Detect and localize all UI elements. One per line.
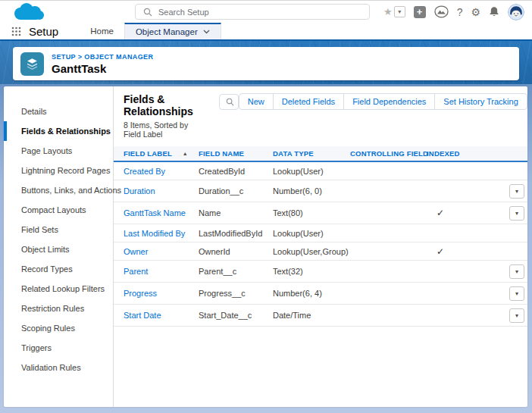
- quick-find: [219, 94, 239, 110]
- list-title: Fields & Relationships: [124, 93, 193, 117]
- set-history-tracking-button[interactable]: Set History Tracking: [434, 93, 527, 110]
- list-subtitle: 8 Items, Sorted by Field Label: [124, 120, 193, 139]
- app-window: ★ ▾ + ? ⚙: [0, 0, 532, 413]
- table-row: Last Modified By LastModifiedById Lookup…: [114, 224, 527, 242]
- tab-object-manager[interactable]: Object Manager: [124, 23, 221, 39]
- table-row: Created By CreatedById Lookup(User): [114, 162, 527, 180]
- field-dependencies-button[interactable]: Field Dependencies: [343, 93, 435, 110]
- field-name-cell: Start_Date__c: [199, 311, 273, 320]
- table-row: Owner OwnerId Lookup(User,Group) ✓: [114, 242, 527, 261]
- sort-ascending-icon: ▲: [183, 151, 188, 156]
- trailhead-icon[interactable]: [434, 5, 449, 18]
- object-icon: [20, 52, 44, 76]
- help-icon[interactable]: ?: [457, 7, 463, 17]
- field-name-cell: Duration__c: [199, 186, 273, 196]
- sidebar-item-details[interactable]: Details: [4, 102, 113, 121]
- field-label-link[interactable]: Duration: [124, 186, 199, 196]
- field-label-link[interactable]: Start Date: [124, 311, 199, 320]
- quick-create-button[interactable]: +: [414, 6, 426, 18]
- page-title: GanttTask: [52, 62, 153, 75]
- field-name-cell: CreatedById: [199, 167, 273, 176]
- sidebar-item-compact-layouts[interactable]: Compact Layouts: [4, 200, 113, 220]
- sidebar-item-validation-rules[interactable]: Validation Rules: [4, 358, 113, 377]
- favorites-dropdown-button[interactable]: ▾: [394, 6, 405, 17]
- sidebar-item-field-sets[interactable]: Field Sets: [4, 220, 113, 239]
- list-header: Fields & Relationships 8 Items, Sorted b…: [114, 93, 527, 139]
- field-name-cell: OwnerId: [199, 247, 273, 256]
- sidebar-item-triggers[interactable]: Triggers: [4, 338, 113, 358]
- salesforce-logo-icon: [11, 2, 47, 22]
- sidebar-item-buttons-links-actions[interactable]: Buttons, Links, and Actions: [4, 180, 113, 200]
- chevron-down-icon: [203, 30, 210, 34]
- table-row: GanttTask Name Name Text(80) ✓ ▾: [114, 202, 527, 224]
- indexed-check-icon: ✓: [427, 246, 474, 257]
- field-label-link[interactable]: Owner: [124, 247, 199, 256]
- app-name-label: Setup: [29, 25, 58, 38]
- field-label-link[interactable]: Progress: [124, 289, 199, 298]
- favorites-control: ★ ▾: [383, 6, 405, 17]
- new-button[interactable]: New: [239, 93, 274, 110]
- user-avatar[interactable]: [508, 4, 524, 20]
- data-type-cell: Text(32): [273, 267, 350, 276]
- search-icon: [143, 8, 152, 17]
- data-type-cell: Number(6, 4): [273, 289, 350, 298]
- app-launcher-icon[interactable]: [11, 27, 21, 36]
- sidebar-item-object-limits[interactable]: Object Limits: [4, 239, 113, 259]
- row-actions-menu-button[interactable]: ▾: [509, 184, 524, 199]
- setup-gear-icon[interactable]: ⚙: [471, 7, 480, 17]
- column-header-indexed[interactable]: INDEXED: [427, 149, 474, 158]
- field-label-link[interactable]: Last Modified By: [124, 229, 199, 238]
- fields-table: FIELD LABEL ▲ FIELD NAME DATA TYPE CONTR…: [114, 146, 527, 327]
- sidebar-item-page-layouts[interactable]: Page Layouts: [4, 141, 113, 161]
- field-label-link[interactable]: Parent: [124, 267, 199, 276]
- column-header-data-type[interactable]: DATA TYPE: [273, 149, 350, 158]
- column-header-controlling-field[interactable]: CONTROLLING FIELD: [350, 149, 427, 158]
- object-manager-sidebar: Details Fields & Relationships Page Layo…: [4, 86, 114, 407]
- sidebar-item-fields-relationships[interactable]: Fields & Relationships: [4, 121, 113, 141]
- row-actions-menu-button[interactable]: ▾: [509, 264, 524, 279]
- global-search: [135, 4, 370, 20]
- sidebar-item-lightning-record-pages[interactable]: Lightning Record Pages: [4, 161, 113, 180]
- sidebar-item-record-types[interactable]: Record Types: [4, 259, 113, 279]
- setup-banner: SETUP > OBJECT MANAGER GanttTask: [0, 41, 532, 84]
- list-actions: New Deleted Fields Field Dependencies Se…: [239, 93, 527, 110]
- sidebar-item-scoping-rules[interactable]: Scoping Rules: [4, 318, 113, 338]
- table-row: Duration Duration__c Number(6, 0) ▾: [114, 180, 527, 202]
- table-row: Parent Parent__c Text(32) ▾: [114, 261, 527, 283]
- favorite-star-icon[interactable]: ★: [383, 6, 393, 17]
- indexed-check-icon: ✓: [427, 208, 474, 218]
- object-header-card: SETUP > OBJECT MANAGER GanttTask: [13, 47, 519, 80]
- data-type-cell: Lookup(User,Group): [273, 247, 350, 256]
- notifications-bell-icon[interactable]: [489, 6, 499, 17]
- sidebar-item-restriction-rules[interactable]: Restriction Rules: [4, 299, 113, 318]
- data-type-cell: Lookup(User): [273, 229, 350, 238]
- content-panel: Details Fields & Relationships Page Layo…: [4, 86, 527, 407]
- layers-icon: [26, 58, 39, 70]
- setup-nav-bar: Setup Home Object Manager: [0, 23, 532, 41]
- data-type-cell: Number(6, 0): [273, 186, 350, 196]
- tab-object-manager-label: Object Manager: [136, 27, 198, 36]
- global-search-input[interactable]: [158, 8, 369, 17]
- column-header-field-name[interactable]: FIELD NAME: [199, 149, 273, 158]
- breadcrumb[interactable]: SETUP > OBJECT MANAGER: [52, 53, 153, 61]
- global-actions: ★ ▾ + ? ⚙: [383, 1, 524, 23]
- tab-home-label: Home: [90, 27, 114, 36]
- deleted-fields-button[interactable]: Deleted Fields: [273, 93, 344, 110]
- row-actions-menu-button[interactable]: ▾: [509, 286, 524, 301]
- sidebar-item-related-lookup-filters[interactable]: Related Lookup Filters: [4, 279, 113, 299]
- field-label-link[interactable]: GanttTask Name: [124, 208, 199, 217]
- field-label-link[interactable]: Created By: [124, 167, 199, 176]
- content-area: Details Fields & Relationships Page Layo…: [0, 84, 532, 413]
- table-row: Start Date Start_Date__c Date/Time ▾: [114, 305, 527, 327]
- field-name-cell: Parent__c: [199, 267, 273, 276]
- search-icon: [226, 98, 234, 106]
- field-name-cell: Name: [199, 208, 273, 217]
- fields-relationships-main: Fields & Relationships 8 Items, Sorted b…: [114, 86, 527, 407]
- table-header-row: FIELD LABEL ▲ FIELD NAME DATA TYPE CONTR…: [114, 146, 527, 162]
- field-name-cell: LastModifiedById: [199, 229, 273, 238]
- row-actions-menu-button[interactable]: ▾: [509, 308, 524, 323]
- column-header-field-label[interactable]: FIELD LABEL ▲: [124, 149, 199, 158]
- row-actions-menu-button[interactable]: ▾: [509, 206, 524, 221]
- data-type-cell: Text(80): [273, 208, 350, 217]
- tab-home[interactable]: Home: [80, 23, 124, 39]
